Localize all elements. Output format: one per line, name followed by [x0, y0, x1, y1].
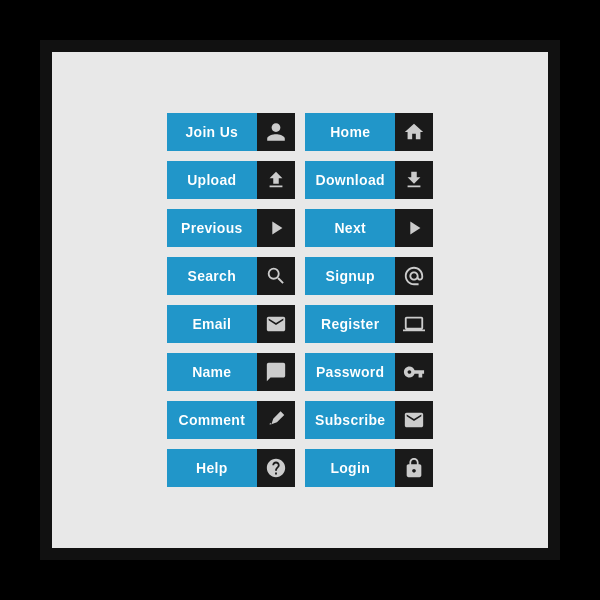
button-join-us[interactable]: Join Us: [167, 113, 295, 151]
main-frame: Join UsHomeUploadDownloadPreviousNextSea…: [40, 40, 560, 560]
button-login[interactable]: Login: [305, 449, 433, 487]
button-register[interactable]: Register: [305, 305, 433, 343]
button-label-12: Comment: [167, 401, 257, 439]
button-comment[interactable]: Comment: [167, 401, 295, 439]
button-label-14: Help: [167, 449, 257, 487]
button-icon-download: [395, 161, 433, 199]
button-label-4: Previous: [167, 209, 257, 247]
button-next[interactable]: Next: [305, 209, 433, 247]
button-icon-at: [395, 257, 433, 295]
button-label-9: Register: [305, 305, 395, 343]
button-upload[interactable]: Upload: [167, 161, 295, 199]
button-icon-subscribe: [395, 401, 433, 439]
button-grid: Join UsHomeUploadDownloadPreviousNextSea…: [147, 93, 454, 507]
button-label-13: Subscribe: [305, 401, 395, 439]
button-previous[interactable]: Previous: [167, 209, 295, 247]
button-icon-chat: [257, 353, 295, 391]
button-label-0: Join Us: [167, 113, 257, 151]
button-icon-upload: [257, 161, 295, 199]
button-label-7: Signup: [305, 257, 395, 295]
button-icon-help: [257, 449, 295, 487]
button-icon-comment: [257, 401, 295, 439]
button-help[interactable]: Help: [167, 449, 295, 487]
button-icon-person: [257, 113, 295, 151]
button-label-10: Name: [167, 353, 257, 391]
button-label-3: Download: [305, 161, 395, 199]
button-home[interactable]: Home: [305, 113, 433, 151]
button-icon-lock: [395, 449, 433, 487]
button-icon-arrow-right: [257, 209, 295, 247]
button-name[interactable]: Name: [167, 353, 295, 391]
button-icon-search: [257, 257, 295, 295]
button-subscribe[interactable]: Subscribe: [305, 401, 433, 439]
button-icon-key: [395, 353, 433, 391]
button-label-2: Upload: [167, 161, 257, 199]
button-icon-laptop: [395, 305, 433, 343]
button-label-1: Home: [305, 113, 395, 151]
button-icon-home: [395, 113, 433, 151]
button-label-15: Login: [305, 449, 395, 487]
button-label-5: Next: [305, 209, 395, 247]
button-icon-arrow-right: [395, 209, 433, 247]
button-label-6: Search: [167, 257, 257, 295]
button-icon-email: [257, 305, 295, 343]
button-password[interactable]: Password: [305, 353, 433, 391]
button-email[interactable]: Email: [167, 305, 295, 343]
button-download[interactable]: Download: [305, 161, 433, 199]
button-search[interactable]: Search: [167, 257, 295, 295]
button-label-8: Email: [167, 305, 257, 343]
button-signup[interactable]: Signup: [305, 257, 433, 295]
button-label-11: Password: [305, 353, 395, 391]
